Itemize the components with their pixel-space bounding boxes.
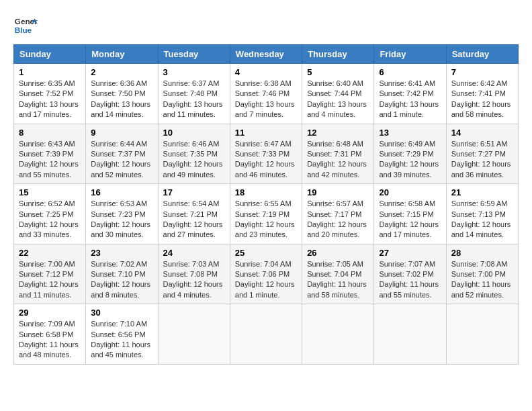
calendar-cell: 13Sunrise: 6:49 AMSunset: 7:29 PMDayligh… bbox=[374, 124, 446, 184]
day-info: Sunrise: 6:59 AMSunset: 7:13 PMDaylight:… bbox=[451, 199, 513, 240]
day-info: Sunrise: 6:47 AMSunset: 7:33 PMDaylight:… bbox=[235, 139, 297, 181]
day-info: Sunrise: 7:09 AMSunset: 6:58 PMDaylight:… bbox=[19, 319, 81, 361]
day-number: 19 bbox=[307, 187, 369, 197]
day-number: 8 bbox=[19, 128, 81, 138]
day-info: Sunrise: 7:02 AMSunset: 7:10 PMDaylight:… bbox=[91, 259, 152, 301]
day-number: 14 bbox=[451, 128, 513, 138]
day-number: 20 bbox=[379, 187, 441, 197]
day-info: Sunrise: 6:53 AMSunset: 7:23 PMDaylight:… bbox=[91, 199, 152, 240]
day-info: Sunrise: 6:42 AMSunset: 7:41 PMDaylight:… bbox=[451, 79, 513, 120]
svg-text:Blue: Blue bbox=[15, 26, 32, 34]
calendar-cell: 30Sunrise: 7:10 AMSunset: 6:56 PMDayligh… bbox=[86, 304, 158, 365]
day-info: Sunrise: 6:52 AMSunset: 7:25 PMDaylight:… bbox=[19, 199, 81, 240]
day-number: 12 bbox=[307, 128, 369, 138]
day-info: Sunrise: 7:00 AMSunset: 7:12 PMDaylight:… bbox=[19, 259, 81, 301]
calendar-cell: 16Sunrise: 6:53 AMSunset: 7:23 PMDayligh… bbox=[86, 184, 158, 244]
day-info: Sunrise: 6:35 AMSunset: 7:52 PMDaylight:… bbox=[19, 79, 81, 120]
calendar-week-3: 15Sunrise: 6:52 AMSunset: 7:25 PMDayligh… bbox=[14, 184, 519, 244]
calendar-cell: 12Sunrise: 6:48 AMSunset: 7:31 PMDayligh… bbox=[302, 124, 374, 184]
calendar-cell: 22Sunrise: 7:00 AMSunset: 7:12 PMDayligh… bbox=[14, 244, 86, 304]
day-info: Sunrise: 6:43 AMSunset: 7:39 PMDaylight:… bbox=[19, 139, 81, 181]
calendar-cell: 1Sunrise: 6:35 AMSunset: 7:52 PMDaylight… bbox=[14, 64, 86, 124]
calendar-cell bbox=[446, 304, 518, 365]
calendar-header-row: SundayMondayTuesdayWednesdayThursdayFrid… bbox=[14, 45, 519, 64]
day-number: 26 bbox=[307, 248, 369, 258]
day-header-friday: Friday bbox=[374, 45, 446, 64]
day-number: 15 bbox=[19, 187, 81, 197]
day-header-monday: Monday bbox=[86, 45, 158, 64]
day-number: 16 bbox=[91, 187, 152, 197]
day-info: Sunrise: 6:48 AMSunset: 7:31 PMDaylight:… bbox=[307, 139, 369, 181]
day-info: Sunrise: 6:49 AMSunset: 7:29 PMDaylight:… bbox=[379, 139, 441, 181]
calendar-week-2: 8Sunrise: 6:43 AMSunset: 7:39 PMDaylight… bbox=[14, 124, 519, 184]
day-number: 24 bbox=[163, 248, 225, 258]
day-header-thursday: Thursday bbox=[302, 45, 374, 64]
day-number: 27 bbox=[379, 248, 441, 258]
calendar-cell: 28Sunrise: 7:08 AMSunset: 7:00 PMDayligh… bbox=[446, 244, 518, 304]
calendar-cell bbox=[230, 304, 302, 365]
day-info: Sunrise: 6:44 AMSunset: 7:37 PMDaylight:… bbox=[91, 139, 152, 181]
calendar-cell bbox=[158, 304, 230, 365]
day-number: 11 bbox=[235, 128, 297, 138]
day-number: 2 bbox=[91, 67, 152, 77]
calendar-cell: 14Sunrise: 6:51 AMSunset: 7:27 PMDayligh… bbox=[446, 124, 518, 184]
calendar-cell: 21Sunrise: 6:59 AMSunset: 7:13 PMDayligh… bbox=[446, 184, 518, 244]
day-header-tuesday: Tuesday bbox=[158, 45, 230, 64]
day-number: 22 bbox=[19, 248, 81, 258]
day-info: Sunrise: 6:36 AMSunset: 7:50 PMDaylight:… bbox=[91, 79, 152, 120]
day-info: Sunrise: 6:55 AMSunset: 7:19 PMDaylight:… bbox=[235, 199, 297, 240]
day-header-sunday: Sunday bbox=[14, 45, 86, 64]
day-number: 30 bbox=[91, 308, 152, 318]
day-number: 25 bbox=[235, 248, 297, 258]
calendar-cell: 15Sunrise: 6:52 AMSunset: 7:25 PMDayligh… bbox=[14, 184, 86, 244]
calendar-week-5: 29Sunrise: 7:09 AMSunset: 6:58 PMDayligh… bbox=[14, 304, 519, 365]
day-number: 1 bbox=[19, 67, 81, 77]
day-number: 10 bbox=[163, 128, 225, 138]
calendar: SundayMondayTuesdayWednesdayThursdayFrid… bbox=[13, 44, 519, 365]
day-info: Sunrise: 6:54 AMSunset: 7:21 PMDaylight:… bbox=[163, 199, 225, 240]
calendar-cell: 10Sunrise: 6:46 AMSunset: 7:35 PMDayligh… bbox=[158, 124, 230, 184]
header: General Blue bbox=[13, 13, 519, 38]
calendar-cell: 8Sunrise: 6:43 AMSunset: 7:39 PMDaylight… bbox=[14, 124, 86, 184]
calendar-cell bbox=[302, 304, 374, 365]
day-number: 4 bbox=[235, 67, 297, 77]
calendar-cell bbox=[374, 304, 446, 365]
day-number: 9 bbox=[91, 128, 152, 138]
day-info: Sunrise: 7:03 AMSunset: 7:08 PMDaylight:… bbox=[163, 259, 225, 301]
day-info: Sunrise: 6:57 AMSunset: 7:17 PMDaylight:… bbox=[307, 199, 369, 240]
calendar-week-1: 1Sunrise: 6:35 AMSunset: 7:52 PMDaylight… bbox=[14, 64, 519, 124]
day-number: 23 bbox=[91, 248, 152, 258]
day-number: 7 bbox=[451, 67, 513, 77]
calendar-cell: 29Sunrise: 7:09 AMSunset: 6:58 PMDayligh… bbox=[14, 304, 86, 365]
calendar-cell: 7Sunrise: 6:42 AMSunset: 7:41 PMDaylight… bbox=[446, 64, 518, 124]
calendar-cell: 5Sunrise: 6:40 AMSunset: 7:44 PMDaylight… bbox=[302, 64, 374, 124]
day-info: Sunrise: 6:37 AMSunset: 7:48 PMDaylight:… bbox=[163, 79, 225, 120]
calendar-cell: 24Sunrise: 7:03 AMSunset: 7:08 PMDayligh… bbox=[158, 244, 230, 304]
day-info: Sunrise: 7:10 AMSunset: 6:56 PMDaylight:… bbox=[91, 319, 152, 361]
calendar-cell: 23Sunrise: 7:02 AMSunset: 7:10 PMDayligh… bbox=[86, 244, 158, 304]
calendar-cell: 27Sunrise: 7:07 AMSunset: 7:02 PMDayligh… bbox=[374, 244, 446, 304]
calendar-cell: 17Sunrise: 6:54 AMSunset: 7:21 PMDayligh… bbox=[158, 184, 230, 244]
calendar-cell: 9Sunrise: 6:44 AMSunset: 7:37 PMDaylight… bbox=[86, 124, 158, 184]
calendar-week-4: 22Sunrise: 7:00 AMSunset: 7:12 PMDayligh… bbox=[14, 244, 519, 304]
day-number: 13 bbox=[379, 128, 441, 138]
calendar-cell: 19Sunrise: 6:57 AMSunset: 7:17 PMDayligh… bbox=[302, 184, 374, 244]
calendar-cell: 6Sunrise: 6:41 AMSunset: 7:42 PMDaylight… bbox=[374, 64, 446, 124]
day-number: 5 bbox=[307, 67, 369, 77]
day-info: Sunrise: 7:04 AMSunset: 7:06 PMDaylight:… bbox=[235, 259, 297, 301]
logo: General Blue bbox=[13, 13, 42, 38]
day-number: 17 bbox=[163, 187, 225, 197]
day-info: Sunrise: 6:38 AMSunset: 7:46 PMDaylight:… bbox=[235, 79, 297, 120]
day-info: Sunrise: 7:05 AMSunset: 7:04 PMDaylight:… bbox=[307, 259, 369, 301]
calendar-cell: 4Sunrise: 6:38 AMSunset: 7:46 PMDaylight… bbox=[230, 64, 302, 124]
day-info: Sunrise: 6:46 AMSunset: 7:35 PMDaylight:… bbox=[163, 139, 225, 181]
day-info: Sunrise: 6:51 AMSunset: 7:27 PMDaylight:… bbox=[451, 139, 513, 181]
day-info: Sunrise: 7:08 AMSunset: 7:00 PMDaylight:… bbox=[451, 259, 513, 301]
day-header-wednesday: Wednesday bbox=[230, 45, 302, 64]
day-info: Sunrise: 6:41 AMSunset: 7:42 PMDaylight:… bbox=[379, 79, 441, 120]
calendar-cell: 20Sunrise: 6:58 AMSunset: 7:15 PMDayligh… bbox=[374, 184, 446, 244]
day-info: Sunrise: 6:40 AMSunset: 7:44 PMDaylight:… bbox=[307, 79, 369, 120]
calendar-cell: 25Sunrise: 7:04 AMSunset: 7:06 PMDayligh… bbox=[230, 244, 302, 304]
day-number: 29 bbox=[19, 308, 81, 318]
day-number: 3 bbox=[163, 67, 225, 77]
